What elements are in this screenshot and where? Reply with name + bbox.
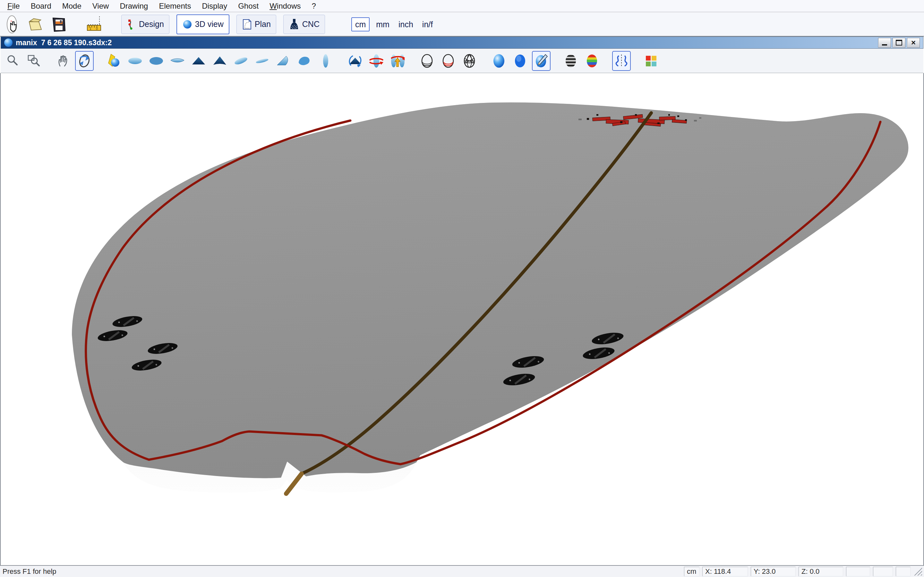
view-bottom-3d-icon[interactable] [210,51,229,71]
render-design-icon[interactable] [532,51,551,71]
document-title: manix 7 6 26 85 190.s3dx:2 [16,39,111,47]
view-bottom-icon[interactable] [147,51,166,71]
status-help-text: Press F1 for help [0,567,57,576]
render-smooth-icon[interactable] [489,51,508,71]
menu-drawing[interactable]: Drawing [114,0,153,12]
status-bar: Press F1 for help cm X: 118.4 Y: 23.0 Z:… [0,565,924,577]
status-empty-cell [896,567,911,576]
close-icon: × [911,39,916,47]
rotate-board-icon[interactable] [346,51,365,71]
menu-windows[interactable]: Windows [264,0,306,12]
status-empty-cell [846,567,870,576]
main-toolbar: 10 Design 3D view Plan [0,13,924,36]
view3d-mode-button[interactable]: 3D view [176,15,229,34]
view-rail-icon[interactable] [274,51,292,71]
menu-elements[interactable]: Elements [153,0,196,12]
open-file-icon[interactable] [26,15,45,34]
menu-view[interactable]: View [87,0,115,12]
menu-mode[interactable]: Mode [57,0,87,12]
menu-help[interactable]: ? [306,0,321,12]
minimize-icon [882,44,887,45]
plan-mode-button[interactable]: Plan [236,15,276,34]
unit-cm[interactable]: cm [351,17,370,31]
save-file-icon[interactable] [49,15,68,34]
status-unit: cm [684,567,699,576]
view-rail-2-icon[interactable] [295,51,314,71]
menu-file[interactable]: File [2,0,25,12]
menu-ghost[interactable]: Ghost [233,0,264,12]
wireframe-sections-icon[interactable] [439,51,457,71]
flow-lines-icon[interactable] [612,51,631,71]
board-deck [72,102,908,478]
view-outline-icon[interactable] [317,51,335,71]
document-title-bar: manix 7 6 26 85 190.s3dx:2 × [1,37,923,49]
zoom-window-icon[interactable] [24,51,43,71]
view-deck-3d-icon[interactable] [189,51,208,71]
render-curvature-icon[interactable] [583,51,601,71]
wireframe-icon[interactable] [418,51,436,71]
menu-bar: File Board Mode View Drawing Elements Di… [0,0,924,12]
cnc-icon [289,18,300,31]
view3d-label: 3D view [195,19,224,29]
render-light-icon[interactable] [105,51,123,71]
unit-inf[interactable]: in/f [418,18,437,31]
maximize-button[interactable] [893,38,905,48]
color-settings-icon[interactable] [642,51,660,71]
flip-nose-tail-icon[interactable] [388,51,407,71]
design-mode-button[interactable]: Design [121,15,170,34]
design-icon [127,19,136,30]
measure-icon[interactable]: 10 [86,15,104,34]
menu-board[interactable]: Board [25,0,57,12]
svg-text:1: 1 [89,27,91,31]
sphere-icon [182,19,192,29]
status-empty-cell [873,567,893,576]
menu-display[interactable]: Display [196,0,233,12]
board-3d-render [1,73,923,564]
viewport-3d[interactable] [0,73,924,565]
flip-rail-icon[interactable] [367,51,386,71]
unit-inch[interactable]: inch [394,18,418,31]
rotate-3d-icon[interactable] [75,51,94,71]
view-deck-icon[interactable] [126,51,144,71]
view-toolbar [1,49,923,73]
render-stripes-icon[interactable] [561,51,580,71]
plan-icon [242,19,252,30]
maximize-icon [896,40,902,45]
view-thickness-icon[interactable] [168,51,187,71]
resize-grip[interactable] [912,567,923,576]
pointer-board-icon[interactable] [3,15,22,34]
design-label: Design [139,19,164,29]
svg-text:0: 0 [96,27,98,31]
close-button[interactable]: × [907,38,920,48]
view-tilt-left-icon[interactable] [232,51,250,71]
cnc-label: CNC [302,19,320,29]
status-y-coordinate: Y: 23.0 [751,567,796,576]
unit-mm[interactable]: mm [372,18,394,31]
pan-hand-icon[interactable] [54,51,73,71]
render-shaded-icon[interactable] [511,51,529,71]
minimize-button[interactable] [878,38,891,48]
view-tilt-right-icon[interactable] [253,51,271,71]
plan-label: Plan [255,19,271,29]
wireframe-mesh-icon[interactable] [460,51,479,71]
status-z-coordinate: Z: 0.0 [798,567,843,576]
unit-selector: cm mm inch in/f [351,17,437,31]
status-x-coordinate: X: 118.4 [702,567,748,576]
cnc-mode-button[interactable]: CNC [283,15,325,34]
document-icon [4,39,13,47]
zoom-icon[interactable] [3,51,22,71]
